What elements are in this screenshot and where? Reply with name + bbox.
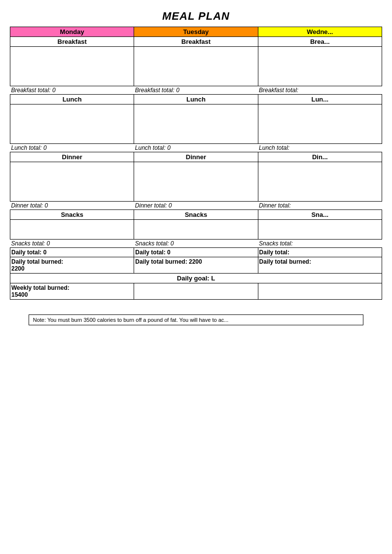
weekly-burned-empty-1 — [134, 283, 258, 300]
snacks-label-row: Snacks Snacks Sna... — [10, 210, 382, 220]
wed-breakfast-label: Brea... — [258, 37, 382, 47]
tuesday-header: Tuesday — [134, 27, 258, 37]
dinner-total-row: Dinner total: 0 Dinner total: 0 Dinner t… — [10, 202, 382, 210]
mon-snacks-total: Snacks total: 0 — [10, 240, 134, 248]
mon-dinner-total: Dinner total: 0 — [10, 202, 134, 210]
mon-breakfast-cell-1[interactable] — [10, 47, 134, 86]
wed-breakfast-total: Breakfast total: — [258, 86, 382, 95]
weekly-burned: Weekly total burned:15400 — [10, 283, 134, 300]
tue-lunch-cell-1[interactable] — [134, 104, 258, 144]
day-header-row: Monday Tuesday Wedne... — [10, 27, 382, 37]
tue-lunch-label: Lunch — [134, 95, 258, 104]
tue-breakfast-total: Breakfast total: 0 — [134, 86, 258, 95]
daily-burned-row: Daily total burned:2200 Daily total burn… — [10, 257, 382, 274]
mon-daily-burned: Daily total burned:2200 — [10, 257, 134, 274]
meal-plan-table: Monday Tuesday Wedne... Breakfast Breakf… — [10, 27, 382, 300]
tue-breakfast-label: Breakfast — [134, 37, 258, 47]
lunch-label-row: Lunch Lunch Lun... — [10, 95, 382, 104]
mon-breakfast-label: Breakfast — [10, 37, 134, 47]
wed-breakfast-cell-1[interactable] — [258, 47, 382, 86]
daily-total-row: Daily total: 0 Daily total: 0 Daily tota… — [10, 248, 382, 257]
tue-breakfast-cell-1[interactable] — [134, 47, 258, 86]
tue-dinner-total: Dinner total: 0 — [134, 202, 258, 210]
note-box: Note: You must burn 3500 calories to bur… — [29, 314, 364, 325]
mon-dinner-cell-1[interactable] — [10, 162, 134, 202]
snacks-total-row: Snacks total: 0 Snacks total: 0 Snacks t… — [10, 240, 382, 248]
lunch-total-row: Lunch total: 0 Lunch total: 0 Lunch tota… — [10, 144, 382, 152]
wednesday-header: Wedne... — [258, 27, 382, 37]
tue-snacks-cell-1[interactable] — [134, 220, 258, 240]
mon-daily-total: Daily total: 0 — [10, 248, 134, 257]
tue-dinner-label: Dinner — [134, 152, 258, 162]
tue-snacks-label: Snacks — [134, 210, 258, 220]
tue-daily-burned: Daily total burned: 2200 — [134, 257, 258, 274]
wed-lunch-label: Lun... — [258, 95, 382, 104]
wed-dinner-total: Dinner total: — [258, 202, 382, 210]
page-title: MEAL PLAN — [10, 10, 382, 23]
breakfast-label-row: Breakfast Breakfast Brea... — [10, 37, 382, 47]
tue-dinner-cell-1[interactable] — [134, 162, 258, 202]
wed-snacks-label: Sna... — [258, 210, 382, 220]
tue-lunch-total: Lunch total: 0 — [134, 144, 258, 152]
wed-dinner-cell-1[interactable] — [258, 162, 382, 202]
snacks-content-row-1 — [10, 220, 382, 240]
breakfast-total-row: Breakfast total: 0 Breakfast total: 0 Br… — [10, 86, 382, 95]
dinner-label-row: Dinner Dinner Din... — [10, 152, 382, 162]
weekly-burned-empty-2 — [258, 283, 382, 300]
weekly-burned-row: Weekly total burned:15400 — [10, 283, 382, 300]
breakfast-content-row-1 — [10, 47, 382, 86]
tue-snacks-total: Snacks total: 0 — [134, 240, 258, 248]
daily-goal-text: Daily goal: L — [10, 274, 382, 283]
daily-goal-row: Daily goal: L — [10, 274, 382, 283]
wed-lunch-cell-1[interactable] — [258, 104, 382, 144]
wed-dinner-label: Din... — [258, 152, 382, 162]
mon-snacks-cell-1[interactable] — [10, 220, 134, 240]
monday-header: Monday — [10, 27, 134, 37]
wed-snacks-cell-1[interactable] — [258, 220, 382, 240]
mon-breakfast-total: Breakfast total: 0 — [10, 86, 134, 95]
wed-daily-total: Daily total: — [258, 248, 382, 257]
mon-snacks-label: Snacks — [10, 210, 134, 220]
mon-lunch-cell-1[interactable] — [10, 104, 134, 144]
mon-dinner-label: Dinner — [10, 152, 134, 162]
mon-lunch-label: Lunch — [10, 95, 134, 104]
wed-lunch-total: Lunch total: — [258, 144, 382, 152]
wed-daily-burned: Daily total burned: — [258, 257, 382, 274]
tue-daily-total: Daily total: 0 — [134, 248, 258, 257]
mon-lunch-total: Lunch total: 0 — [10, 144, 134, 152]
wed-snacks-total: Snacks total: — [258, 240, 382, 248]
lunch-content-row-1 — [10, 104, 382, 144]
dinner-content-row-1 — [10, 162, 382, 202]
